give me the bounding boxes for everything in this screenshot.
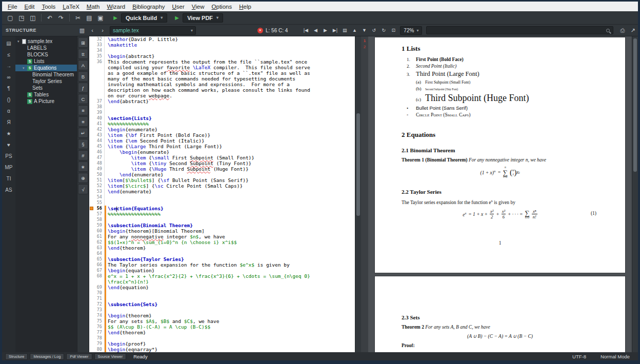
structure-item-taylor-series[interactable]: Taylor Series — [15, 78, 77, 85]
insert-button[interactable]: ⊕ — [78, 173, 88, 183]
most-used-tab-button[interactable]: ★ — [3, 128, 14, 138]
itemize-button[interactable]: ≡ — [78, 105, 88, 115]
error-icon[interactable]: × — [257, 28, 263, 33]
tikz-tab-button[interactable]: TI — [3, 173, 14, 184]
redo-button[interactable]: ↷ — [56, 13, 66, 23]
next-document-button[interactable]: › — [97, 25, 108, 35]
color-button[interactable]: C — [78, 94, 88, 104]
save-button[interactable]: ◫ — [28, 13, 38, 23]
zoom-combo[interactable]: 72% ▾ — [400, 26, 422, 35]
gutter-line — [89, 93, 104, 98]
metapost-tab-button[interactable]: MP — [3, 162, 14, 172]
typewriter-button[interactable]: tt — [78, 49, 88, 59]
menu-view[interactable]: View — [188, 3, 208, 11]
enumerate-button[interactable]: ≡ — [78, 116, 88, 127]
view-pdf-run-button[interactable]: ▶ — [172, 13, 182, 23]
font-button[interactable]: A — [78, 60, 88, 70]
search-icon[interactable] — [606, 29, 610, 32]
structure-item-a-picture[interactable]: SA Picture — [15, 98, 77, 105]
structure-item-tables[interactable]: STables — [15, 91, 77, 98]
editor-scrollbar-thumb[interactable] — [356, 113, 360, 216]
panel-toggle-pdf-viewer[interactable]: Pdf Viewer — [66, 353, 92, 360]
rotate-left-button[interactable]: ↺ — [369, 26, 378, 35]
menu-math[interactable]: Math — [83, 3, 104, 11]
panel-toggle-structure[interactable]: Structure — [5, 353, 28, 360]
last-page-button[interactable]: ▶| — [330, 26, 339, 35]
pdf-page-link-1[interactable]: 1 — [361, 38, 368, 44]
undo-button[interactable]: ↶ — [45, 13, 55, 23]
structure-item-lists[interactable]: SLists — [15, 58, 77, 65]
menu-edit[interactable]: Edit — [21, 3, 38, 11]
greek-letters-tab-button[interactable]: α — [3, 106, 14, 116]
pdf-page-link-2[interactable]: 2 — [361, 44, 368, 50]
sqrt-button[interactable]: √ — [78, 184, 88, 194]
structure-item-labels[interactable]: LABELS — [15, 45, 77, 51]
previous-page-button[interactable]: ◀ — [311, 26, 320, 35]
toggle-panel-button[interactable]: ▥ — [77, 25, 87, 35]
structure-item-binomial-theorem[interactable]: Binomial Theorem — [15, 71, 77, 78]
menu-wizard[interactable]: Wizard — [103, 3, 129, 11]
favourites-tab-button[interactable]: ♥ — [3, 139, 14, 150]
wizard-button[interactable]: ⊞ — [78, 37, 88, 48]
rotate-right-button[interactable]: ↻ — [379, 26, 388, 35]
arrow-symbols-tab-button[interactable]: → — [3, 60, 14, 71]
editor-scrollbar[interactable] — [355, 36, 361, 352]
fit-page-button[interactable]: ⊡ — [389, 26, 398, 35]
print-button[interactable]: ⎙ — [617, 25, 628, 35]
panel-toggle-messages-log[interactable]: Messages / Log — [30, 353, 64, 360]
menu-user[interactable]: User — [169, 3, 188, 11]
section-button[interactable]: § — [78, 139, 88, 149]
structure-item-sets[interactable]: Sets — [15, 85, 77, 91]
page-gap — [368, 273, 632, 276]
math-mode-button[interactable]: ƒ — [78, 83, 88, 93]
paste-button[interactable]: ▣ — [95, 13, 106, 23]
continuous-view-button[interactable]: ▤ — [340, 26, 349, 35]
menu-help[interactable]: Help — [235, 3, 255, 11]
line-number: 69 — [97, 285, 102, 290]
search-input[interactable] — [427, 27, 606, 34]
misc-text-tab-button[interactable]: ¶ — [3, 83, 14, 93]
external-viewer-button[interactable]: ↗ — [628, 25, 638, 35]
gutter-line: 38 — [89, 104, 104, 110]
structure-item-label: A Picture — [34, 98, 54, 104]
misc-symbol-button[interactable]: ∗ — [78, 161, 88, 172]
code-area[interactable]: \author{David P. Little}\maketitle\begin… — [105, 36, 355, 352]
misc-math-tab-button[interactable]: ∞ — [3, 72, 14, 82]
quick-build-combo[interactable]: Quick Build ▾ — [121, 13, 167, 23]
scroll-up-button[interactable]: ▲ — [350, 26, 359, 35]
copy-button[interactable]: ▤ — [84, 13, 94, 23]
structure-tab-button[interactable]: ▤ — [3, 38, 14, 48]
quick-build-run-button[interactable]: ▶ — [111, 13, 120, 23]
cyrillic-tab-button[interactable]: Я — [3, 117, 14, 127]
new-file-button[interactable]: ▢ — [5, 13, 15, 23]
open-folder-button[interactable]: ◳ — [16, 13, 27, 23]
pstricks-tab-button[interactable]: PS — [3, 151, 14, 161]
scroll-down-button[interactable]: ▼ — [359, 26, 369, 35]
newline-button[interactable]: ↵ — [78, 128, 88, 138]
structure-item-blocks[interactable]: BLOCKS — [15, 51, 77, 58]
menu-latex[interactable]: LaTeX — [59, 3, 83, 11]
delimiters-tab-button[interactable]: () — [3, 94, 14, 105]
view-pdf-label: View PDF — [187, 15, 213, 21]
relation-symbols-tab-button[interactable]: ≤ — [3, 49, 14, 59]
matrix-button[interactable]: # — [78, 150, 88, 160]
previous-document-button[interactable]: ‹ — [87, 25, 97, 35]
open-file-combo[interactable]: sample.tex ▾ — [110, 26, 196, 35]
pdf-scrollbar[interactable] — [632, 36, 638, 352]
panel-toggle-source-viewer[interactable]: Source Viewer — [94, 353, 127, 360]
menu-bibliography[interactable]: Bibliography — [129, 3, 168, 11]
bold-button[interactable]: B — [78, 71, 88, 82]
menu-options[interactable]: Options — [208, 3, 236, 11]
pdf-viewport[interactable]: 1 Lists 1.First Point (Bold Face)2.Secon… — [368, 36, 632, 352]
menu-file[interactable]: File — [4, 3, 21, 11]
cut-button[interactable]: ✂ — [73, 13, 83, 23]
view-pdf-combo[interactable]: View PDF ▾ — [183, 13, 223, 23]
structure-item-equations[interactable]: ▾SEquations — [15, 65, 77, 71]
next-page-button[interactable]: ▶ — [321, 26, 330, 35]
gutter-line: 58 — [89, 217, 104, 223]
pdf-scrollbar-thumb[interactable] — [633, 38, 637, 172]
first-page-button[interactable]: |◀ — [301, 26, 310, 35]
asymptote-tab-button[interactable]: AS — [3, 185, 14, 195]
menu-tools[interactable]: Tools — [38, 3, 59, 11]
structure-item-sample-tex[interactable]: ▾sample.tex — [15, 38, 77, 45]
